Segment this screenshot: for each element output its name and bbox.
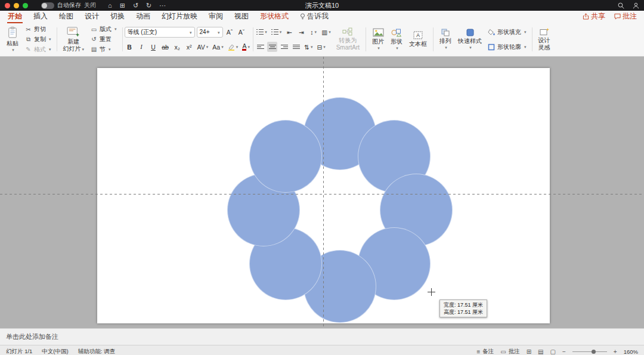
accessibility-status[interactable]: 辅助功能: 调查 bbox=[78, 348, 115, 355]
comments-button[interactable]: 批注 bbox=[614, 11, 637, 21]
search-icon[interactable] bbox=[618, 2, 624, 9]
share-label: 共享 bbox=[591, 11, 605, 21]
convert-to-smartart-button[interactable]: 转换为SmartArt bbox=[335, 24, 361, 54]
lightbulb-icon bbox=[300, 13, 305, 20]
slide-editor-canvas[interactable]: 宽度: 17.51 厘米 高度: 17.51 厘米 bbox=[0, 57, 644, 328]
tab-tell-me[interactable]: 告诉我 bbox=[299, 10, 329, 23]
status-bar-right: ≡ 备注 ▭ 批注 ⊞ ▤ ▢ − + 160% bbox=[476, 348, 638, 355]
shape-circle[interactable] bbox=[249, 120, 322, 193]
tab-view[interactable]: 视图 bbox=[234, 10, 249, 23]
language-status[interactable]: 中文(中国) bbox=[42, 348, 68, 355]
picture-button[interactable]: 图片 bbox=[370, 24, 386, 54]
comments-toggle-button[interactable]: ▭ 批注 bbox=[500, 348, 519, 355]
tab-transitions[interactable]: 切换 bbox=[110, 10, 125, 23]
share-button[interactable]: 共享 bbox=[583, 11, 605, 21]
layout-button[interactable]: ▭ 版式 bbox=[89, 25, 118, 34]
bullets-button[interactable] bbox=[255, 27, 268, 37]
grid-icon[interactable]: ⊞ bbox=[120, 2, 125, 10]
textbox-icon: A bbox=[413, 31, 423, 39]
align-right-button[interactable] bbox=[279, 42, 289, 52]
home-icon[interactable]: ⌂ bbox=[108, 2, 112, 9]
tab-design[interactable]: 设计 bbox=[84, 10, 100, 23]
superscript-button[interactable]: x² bbox=[184, 42, 194, 52]
increase-font-size-button[interactable]: Aˆ bbox=[225, 27, 235, 37]
group-divider bbox=[366, 27, 366, 51]
arrange-icon bbox=[441, 29, 450, 36]
strikethrough-button[interactable]: ab bbox=[160, 42, 171, 52]
zoom-slider-knob[interactable] bbox=[592, 350, 596, 354]
zoom-slider[interactable] bbox=[572, 351, 607, 352]
reading-view-icon[interactable]: ▢ bbox=[550, 348, 556, 355]
reset-button[interactable]: ↺ 重置 bbox=[89, 35, 118, 44]
slide-sorter-view-icon[interactable]: ▤ bbox=[538, 348, 543, 355]
align-left-button[interactable] bbox=[255, 42, 265, 52]
shapes-button[interactable]: 形状 bbox=[389, 24, 404, 54]
copy-button[interactable]: ⧉ 复制 bbox=[23, 35, 52, 44]
format-painter-button[interactable]: ✎ 格式 bbox=[23, 45, 52, 54]
shape-fill-label: 形状填充 bbox=[497, 28, 521, 36]
normal-view-icon[interactable]: ⊞ bbox=[527, 348, 531, 355]
tab-animations[interactable]: 动画 bbox=[135, 10, 151, 23]
bullet-list-icon bbox=[256, 29, 264, 35]
change-case-button[interactable]: Aa bbox=[211, 42, 224, 52]
shape-outline-button[interactable]: 形状轮廓 bbox=[487, 42, 528, 51]
share-icon bbox=[583, 13, 589, 20]
paste-button[interactable]: 粘贴 bbox=[5, 24, 20, 54]
arrange-button[interactable]: 排列 bbox=[438, 24, 453, 54]
textbox-button[interactable]: A 文本框 bbox=[407, 24, 429, 54]
slides-small-buttons: ▭ 版式 ↺ 重置 ▤ 节 bbox=[89, 24, 118, 54]
account-icon[interactable] bbox=[633, 2, 639, 9]
shape-fill-button[interactable]: 形状填充 bbox=[487, 27, 528, 36]
notes-toggle-button[interactable]: ≡ 备注 bbox=[476, 348, 494, 355]
columns-button[interactable]: ▥ bbox=[320, 27, 332, 37]
undo-icon[interactable]: ↺ bbox=[133, 2, 138, 10]
ribbon-toolbar: 粘贴 ✂ 剪切 ⧉ 复制 ✎ 格式 新建幻灯片 bbox=[0, 23, 644, 57]
underline-button[interactable]: U bbox=[148, 42, 159, 52]
font-name-select[interactable]: 等线 (正文) bbox=[125, 27, 195, 38]
zoom-in-icon[interactable]: + bbox=[614, 348, 617, 355]
subscript-button[interactable]: x₂ bbox=[172, 42, 182, 52]
tab-slide-show[interactable]: 幻灯片放映 bbox=[161, 10, 198, 23]
tab-insert[interactable]: 插入 bbox=[33, 10, 48, 23]
zoom-out-icon[interactable]: − bbox=[562, 348, 566, 355]
cut-button[interactable]: ✂ 剪切 bbox=[23, 25, 52, 34]
decrease-font-size-button[interactable]: Aˇ bbox=[237, 27, 247, 37]
close-window-button[interactable] bbox=[5, 3, 10, 8]
design-ideas-button[interactable]: 设计灵感 bbox=[537, 24, 552, 54]
reset-icon: ↺ bbox=[90, 36, 98, 42]
text-direction-button[interactable]: ⇅ bbox=[303, 42, 314, 52]
tab-review[interactable]: 审阅 bbox=[208, 10, 224, 23]
decrease-indent-button[interactable]: ⇤ bbox=[284, 27, 295, 37]
bold-button[interactable]: B bbox=[125, 42, 135, 52]
align-text-button[interactable]: ⊟ bbox=[316, 42, 327, 52]
redo-icon[interactable]: ↻ bbox=[146, 2, 151, 10]
numbering-button[interactable] bbox=[270, 27, 283, 37]
increase-indent-button[interactable]: ⇥ bbox=[296, 27, 306, 37]
font-size-select[interactable]: 24+ bbox=[197, 27, 223, 38]
zoom-level[interactable]: 160% bbox=[624, 348, 638, 355]
tab-home[interactable]: 开始 bbox=[7, 10, 23, 23]
italic-button[interactable]: I bbox=[137, 42, 147, 52]
align-center-button[interactable] bbox=[267, 42, 277, 52]
shape-fill-icon bbox=[488, 29, 496, 36]
justify-button[interactable] bbox=[291, 42, 301, 52]
tab-draw[interactable]: 绘图 bbox=[58, 10, 74, 23]
fullscreen-window-button[interactable] bbox=[23, 3, 28, 8]
character-spacing-button[interactable]: AV bbox=[196, 42, 210, 52]
design-ideas-group: 设计灵感 bbox=[534, 24, 555, 54]
quick-styles-button[interactable]: 快速样式 bbox=[456, 24, 484, 54]
tab-shape-format[interactable]: 形状格式 bbox=[259, 10, 289, 23]
notes-icon: ≡ bbox=[476, 348, 480, 355]
highlight-color-button[interactable] bbox=[227, 42, 240, 52]
line-spacing-button[interactable]: ↕ bbox=[308, 27, 318, 37]
font-color-button[interactable]: A bbox=[241, 42, 251, 52]
notes-pane[interactable]: 单击此处添加备注 bbox=[0, 328, 644, 345]
autosave-state: 关闭 bbox=[84, 1, 96, 10]
minimize-window-button[interactable] bbox=[14, 3, 19, 8]
autosave-toggle[interactable] bbox=[41, 2, 54, 9]
autosave-label: 自动保存 bbox=[57, 1, 81, 10]
new-slide-button[interactable]: 新建幻灯片 bbox=[61, 24, 86, 54]
status-bar: 幻灯片 1/1 中文(中国) 辅助功能: 调查 ≡ 备注 ▭ 批注 ⊞ ▤ ▢ … bbox=[0, 345, 644, 355]
section-button[interactable]: ▤ 节 bbox=[89, 45, 118, 54]
more-commands-icon[interactable]: ⋯ bbox=[159, 2, 166, 10]
